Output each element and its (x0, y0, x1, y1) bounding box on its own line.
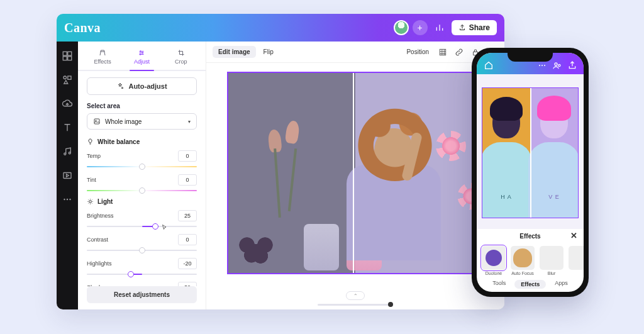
svg-point-22 (544, 65, 545, 66)
grapes-decor (233, 231, 279, 265)
home-icon[interactable] (483, 60, 494, 70)
uploads-icon[interactable] (62, 98, 73, 109)
videos-icon[interactable] (62, 170, 73, 181)
elements-icon[interactable] (62, 74, 73, 86)
mobile-effects-list: Duotone Auto Focus Blur (477, 243, 584, 277)
effect-blur[interactable]: Blur (540, 246, 564, 276)
auto-adjust-button[interactable]: Auto-adjust (87, 77, 197, 95)
adjust-panel: Effects Adjust Crop Auto-adjust Select a… (78, 42, 206, 309)
tab-adjust[interactable]: Adjust (122, 47, 161, 70)
svg-point-21 (541, 65, 543, 66)
effect-duotone[interactable]: Duotone (482, 246, 506, 276)
tab-tools[interactable]: Tools (492, 280, 506, 289)
link-icon[interactable] (453, 46, 465, 58)
slider-highlights[interactable]: Highlights-20 (87, 258, 197, 277)
svg-point-20 (539, 65, 540, 66)
tab-effects[interactable]: Effects (514, 280, 546, 289)
svg-point-10 (67, 199, 68, 200)
svg-rect-1 (68, 52, 72, 55)
compare-divider[interactable] (530, 88, 531, 218)
audio-icon[interactable] (62, 146, 73, 157)
phone-notch (508, 53, 553, 62)
svg-point-9 (64, 199, 65, 200)
canvas-area: Edit image Flip Position (206, 42, 504, 309)
svg-point-4 (64, 76, 67, 79)
svg-point-17 (89, 201, 92, 203)
collaborate-icon[interactable] (552, 60, 562, 70)
mobile-effects-header: Effects ✕ (477, 229, 584, 243)
edit-image-button[interactable]: Edit image (213, 46, 256, 58)
effect-more[interactable] (569, 246, 584, 276)
desktop-window: Canva + Share Effects (57, 14, 504, 309)
phone-frame: H A V E Effects ✕ Duotone Auto Focus Blu… (472, 48, 589, 297)
flower-decor (436, 131, 466, 161)
analytics-icon[interactable] (431, 19, 448, 36)
text-icon[interactable] (62, 122, 73, 133)
svg-rect-2 (63, 57, 67, 60)
tab-crop[interactable]: Crop (162, 47, 201, 70)
zoom-slider[interactable] (318, 304, 393, 306)
slider-contrast[interactable]: Contrast0 (87, 234, 197, 253)
add-button[interactable]: + (413, 20, 428, 35)
logo: Canva (64, 21, 101, 35)
svg-point-11 (69, 199, 70, 200)
svg-point-23 (555, 63, 557, 65)
flip-button[interactable]: Flip (260, 46, 277, 58)
close-icon[interactable]: ✕ (570, 231, 577, 240)
svg-rect-15 (94, 119, 99, 124)
svg-point-7 (69, 152, 70, 154)
canvas-toolbar: Edit image Flip Position (206, 42, 504, 63)
svg-rect-0 (63, 52, 67, 55)
svg-point-6 (64, 153, 66, 155)
tab-apps[interactable]: Apps (555, 280, 568, 289)
slider-brightness[interactable]: Brightness25 (87, 210, 197, 230)
mobile-bottom-tabs: Tools Effects Apps (477, 277, 584, 292)
svg-rect-5 (68, 76, 71, 79)
group-white-balance: White balance (87, 138, 197, 145)
svg-point-14 (140, 54, 142, 55)
group-light: Light (87, 198, 197, 205)
cursor-icon (161, 224, 169, 231)
share-button[interactable]: Share (452, 20, 497, 35)
reset-adjustments-button[interactable]: Reset adjustments (87, 286, 197, 303)
svg-point-13 (142, 52, 143, 53)
export-icon[interactable] (567, 60, 577, 70)
svg-rect-18 (440, 49, 445, 55)
mobile-canvas-image[interactable]: H A V E (482, 87, 579, 218)
svg-rect-3 (68, 57, 72, 60)
slider-shadows[interactable]: Shadows30 (87, 282, 197, 286)
select-area-dropdown[interactable]: Whole image ▾ (87, 113, 197, 130)
avatar[interactable] (394, 20, 409, 35)
page-handle[interactable]: ⌃ (346, 291, 365, 300)
canvas-image[interactable] (227, 72, 484, 274)
top-bar: Canva + Share (57, 14, 504, 42)
adjust-tab-bar: Effects Adjust Crop (78, 42, 206, 71)
svg-point-24 (558, 64, 560, 66)
slider-temp[interactable]: Temp0 (87, 150, 197, 170)
position-button[interactable]: Position (402, 46, 433, 58)
side-rail (57, 42, 78, 309)
more-icon[interactable] (62, 194, 73, 205)
select-area-label: Select area (87, 103, 197, 109)
chevron-down-icon: ▾ (188, 119, 191, 125)
effect-autofocus[interactable]: Auto Focus (511, 246, 535, 276)
templates-icon[interactable] (62, 50, 73, 62)
svg-point-12 (140, 51, 142, 52)
tab-effects[interactable]: Effects (83, 47, 122, 70)
person-decor (341, 97, 448, 260)
slider-tint[interactable]: Tint0 (87, 174, 197, 194)
transparency-icon[interactable] (436, 46, 449, 58)
compare-divider[interactable] (353, 73, 354, 273)
svg-rect-8 (64, 173, 71, 179)
more-icon[interactable] (537, 60, 547, 70)
share-label: Share (469, 23, 490, 32)
